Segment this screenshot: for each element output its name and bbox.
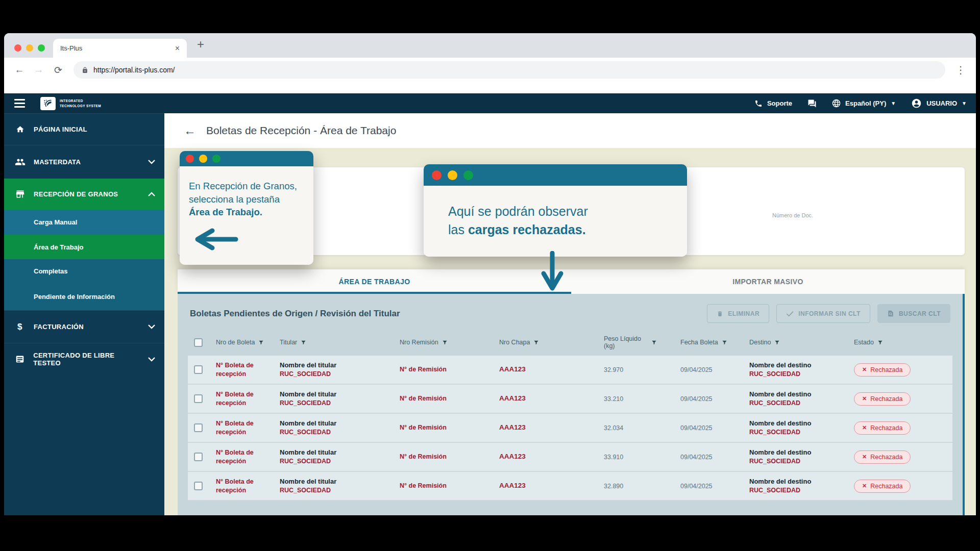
cell-nro-chapa: AAA123 — [499, 481, 604, 490]
trash-icon — [717, 310, 723, 317]
check-icon — [786, 311, 794, 317]
store-icon — [14, 190, 26, 198]
app-logo: INTEGRATEDTECHNOLOGY SYSTEM — [40, 97, 101, 110]
sidebar-item-pagina-inicial[interactable]: PÁGINA INICIAL — [4, 113, 164, 145]
status-badge-rechazada: ✕ Rechazada — [854, 392, 911, 406]
chat-icon — [807, 99, 817, 108]
red-dot-icon — [186, 155, 194, 163]
chat-button[interactable] — [807, 99, 817, 108]
sidebar-subitem-completas[interactable]: Completas — [4, 259, 164, 283]
chevron-up-icon — [148, 190, 155, 198]
buscar-clt-button[interactable]: BUSCAR CLT — [877, 304, 950, 323]
row-checkbox[interactable] — [194, 365, 203, 374]
hamburger-menu-icon[interactable] — [11, 96, 28, 111]
row-checkbox[interactable] — [194, 482, 203, 490]
window-controls — [14, 44, 45, 52]
address-bar[interactable]: https://portal.its-plus.com/ — [74, 61, 945, 79]
cell-peso-liquido: 32.034 — [604, 424, 680, 432]
select-all-checkbox[interactable] — [194, 338, 203, 347]
tooltip-cargas-rechazadas: Aquí se podrán observar las cargas recha… — [424, 164, 687, 257]
sidebar-item-certificado-libre-testeo[interactable]: CERTIFICADO DE LIBRE TESTEO — [4, 343, 164, 375]
page-title: Boletas de Recepción - Área de Trabajo — [206, 124, 396, 137]
cell-nro-boleta: N° Boleta de recepción — [216, 419, 280, 437]
back-icon[interactable]: ← — [11, 62, 28, 78]
filter-icon[interactable] — [877, 340, 883, 345]
yellow-dot-icon — [448, 170, 457, 180]
red-dot-icon — [432, 170, 442, 180]
chevron-down-icon: ▼ — [891, 101, 896, 106]
tooltip-recepcion-granos: En Recepción de Granos, selecciona la pe… — [180, 151, 313, 265]
cell-peso-liquido: 32.890 — [604, 483, 680, 490]
phone-icon — [754, 99, 763, 108]
tab-area-de-trabajo[interactable]: ÁREA DE TRABAJO — [178, 269, 571, 294]
reload-icon[interactable]: ⟳ — [50, 62, 66, 78]
cell-titular: Nombre del titular RUC_SOCIEDAD — [280, 478, 400, 494]
sidebar-item-masterdata[interactable]: MASTERDATA — [4, 145, 164, 179]
status-badge-rechazada: ✕ Rechazada — [854, 480, 911, 493]
filter-icon[interactable] — [722, 340, 727, 345]
user-menu[interactable]: USUARIO ▼ — [911, 98, 967, 109]
tooltip-body: Aquí se podrán observar las cargas recha… — [424, 186, 687, 257]
row-checkbox[interactable] — [194, 453, 203, 461]
cell-titular: Nombre del titular RUC_SOCIEDAD — [280, 419, 400, 436]
filter-icon[interactable] — [258, 340, 264, 345]
soporte-button[interactable]: Soporte — [754, 99, 792, 108]
avatar-icon — [911, 98, 922, 109]
cell-destino: Nombre del destino RUC_SOCIEDAD — [749, 448, 854, 465]
sidebar-subitem-carga-manual[interactable]: Carga Manual — [4, 210, 164, 235]
section-title: Boletas Pendientes de Origen / Revisión … — [190, 309, 707, 319]
app-top-nav: INTEGRATEDTECHNOLOGY SYSTEM Soporte Espa… — [4, 93, 976, 113]
cell-fecha-boleta: 09/04/2025 — [680, 366, 749, 373]
new-tab-icon[interactable]: + — [197, 38, 204, 51]
table-row[interactable]: N° Boleta de recepción Nombre del titula… — [188, 443, 952, 472]
sidebar-item-facturacion[interactable]: $ FACTURACIÓN — [4, 310, 164, 343]
window-minimize-button[interactable] — [26, 44, 33, 52]
cell-nro-boleta: N° Boleta de recepción — [216, 361, 280, 379]
sidebar-subitem-area-trabajo[interactable]: Área de Trabajo — [4, 235, 164, 259]
cell-nro-chapa: AAA123 — [499, 452, 604, 461]
forward-icon[interactable]: → — [31, 62, 47, 78]
arrow-down-icon — [540, 251, 565, 294]
table-header-row: Nro de Boleta Titular Nro Remisión Nro C… — [188, 329, 952, 356]
filter-icon[interactable] — [651, 340, 657, 345]
filter-icon[interactable] — [301, 340, 306, 345]
window-zoom-button[interactable] — [38, 44, 45, 52]
yellow-dot-icon — [199, 155, 207, 163]
back-arrow-icon[interactable]: ← — [184, 123, 196, 138]
cell-nro-boleta: N° Boleta de recepción — [216, 478, 280, 495]
browser-tab-bar: Its-Plus × + — [4, 33, 976, 58]
cell-nro-remision: N° de Remisión — [400, 423, 499, 432]
sidebar-subitem-pendiente-informacion[interactable]: Pendiente de Información — [4, 283, 164, 310]
cell-peso-liquido: 33.210 — [604, 395, 680, 403]
window-close-button[interactable] — [14, 44, 21, 52]
row-checkbox[interactable] — [194, 423, 203, 432]
sidebar-item-recepcion-granos[interactable]: RECEPCIÓN DE GRANOS — [4, 179, 164, 210]
table-body: N° Boleta de recepción Nombre del titula… — [188, 356, 952, 501]
cell-titular: Nombre del titular RUC_SOCIEDAD — [280, 448, 400, 465]
tab-close-icon[interactable]: × — [175, 44, 180, 53]
filter-icon[interactable] — [774, 340, 780, 345]
filter-icon[interactable] — [533, 340, 539, 345]
table-row[interactable]: N° Boleta de recepción Nombre del titula… — [188, 356, 952, 385]
cell-fecha-boleta: 09/04/2025 — [680, 424, 749, 432]
sidebar-filler — [4, 375, 164, 515]
green-dot-icon — [212, 155, 220, 163]
language-selector[interactable]: Español (PY) ▼ — [832, 99, 896, 108]
browser-tab[interactable]: Its-Plus × — [53, 39, 187, 58]
table-row[interactable]: N° Boleta de recepción Nombre del titula… — [188, 414, 952, 443]
boletas-panel: Boletas Pendientes de Origen / Revisión … — [178, 294, 965, 515]
informar-sin-clt-button[interactable]: INFORMAR SIN CLT — [776, 304, 870, 323]
page-header: ← Boletas de Recepción - Área de Trabajo — [164, 113, 976, 148]
table-row[interactable]: N° Boleta de recepción Nombre del titula… — [188, 472, 952, 501]
globe-icon — [832, 99, 841, 108]
chevron-down-icon — [148, 323, 155, 331]
browser-menu-icon[interactable]: ⋮ — [952, 64, 969, 76]
filter-icon[interactable] — [442, 340, 448, 345]
eliminar-button[interactable]: ELIMINAR — [707, 304, 769, 323]
cell-titular: Nombre del titular RUC_SOCIEDAD — [280, 361, 400, 378]
table-row[interactable]: N° Boleta de recepción Nombre del titula… — [188, 385, 952, 414]
tooltip-title-bar — [424, 164, 687, 186]
row-checkbox[interactable] — [194, 394, 203, 403]
tab-importar-masivo[interactable]: IMPORTAR MASIVO — [571, 269, 965, 294]
cell-fecha-boleta: 09/04/2025 — [680, 454, 749, 461]
